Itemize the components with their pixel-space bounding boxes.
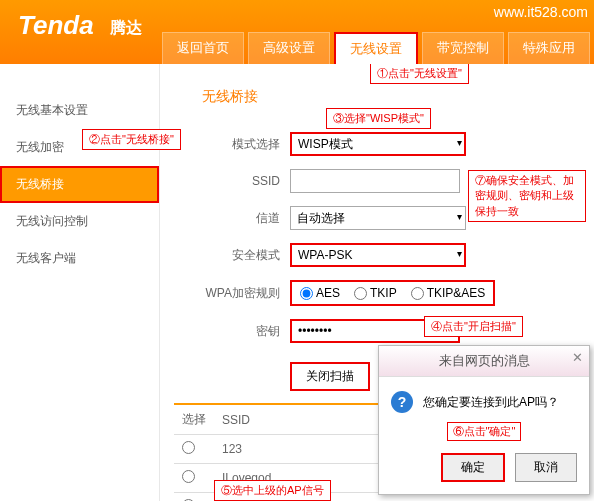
input-ssid[interactable] <box>290 169 460 193</box>
question-icon: ? <box>391 391 413 413</box>
nav-home[interactable]: 返回首页 <box>162 32 244 64</box>
col-select: 选择 <box>174 404 214 435</box>
close-icon[interactable]: ✕ <box>572 350 583 365</box>
nav-bandwidth[interactable]: 带宽控制 <box>422 32 504 64</box>
row-radio[interactable] <box>182 441 195 454</box>
label-mode: 模式选择 <box>174 136 290 153</box>
dialog-message: 您确定要连接到此AP吗？ <box>423 394 559 411</box>
callout-7: ⑦确保安全模式、加密规则、密钥和上级保持一致 <box>468 170 586 222</box>
label-channel: 信道 <box>174 210 290 227</box>
select-mode[interactable] <box>290 132 466 156</box>
callout-2: ②点击"无线桥接" <box>82 129 181 150</box>
callout-4: ④点击"开启扫描" <box>424 316 523 337</box>
watermark: www.it528.com <box>494 4 588 20</box>
confirm-dialog: 来自网页的消息 ✕ ? 您确定要连接到此AP吗？ ⑥点击"确定" 确定 取消 <box>378 345 590 495</box>
sidebar-item-basic[interactable]: 无线基本设置 <box>0 92 159 129</box>
page-title: 无线桥接 <box>202 88 580 106</box>
select-security[interactable] <box>290 243 466 267</box>
sidebar-item-bridge[interactable]: 无线桥接 <box>0 166 159 203</box>
radio-group-wpa: AES TKIP TKIP&AES <box>290 280 495 306</box>
label-ssid: SSID <box>174 174 290 188</box>
dialog-title: 来自网页的消息 ✕ <box>379 346 589 377</box>
select-channel[interactable] <box>290 206 466 230</box>
callout-1: ①点击"无线设置" <box>370 64 469 84</box>
top-nav: 返回首页 高级设置 无线设置 带宽控制 特殊应用 <box>162 32 590 64</box>
brand-logo: Tenda <box>18 10 94 41</box>
sidebar-item-client[interactable]: 无线客户端 <box>0 240 159 277</box>
brand-logo-cn: 腾达 <box>110 18 142 39</box>
callout-6: ⑥点击"确定" <box>447 422 522 441</box>
nav-wireless[interactable]: 无线设置 <box>334 32 418 64</box>
scan-button[interactable]: 关闭扫描 <box>290 362 370 391</box>
radio-tkipaes[interactable]: TKIP&AES <box>411 286 486 300</box>
radio-tkip[interactable]: TKIP <box>354 286 397 300</box>
cancel-button[interactable]: 取消 <box>515 453 577 482</box>
nav-special[interactable]: 特殊应用 <box>508 32 590 64</box>
header: Tenda 腾达 www.it528.com 返回首页 高级设置 无线设置 带宽… <box>0 0 594 64</box>
callout-3: ③选择"WISP模式" <box>326 108 431 129</box>
radio-aes[interactable]: AES <box>300 286 340 300</box>
row-radio[interactable] <box>182 470 195 483</box>
label-wpa: WPA加密规则 <box>174 285 290 302</box>
nav-advanced[interactable]: 高级设置 <box>248 32 330 64</box>
ok-button[interactable]: 确定 <box>441 453 505 482</box>
label-key: 密钥 <box>174 323 290 340</box>
sidebar-item-access[interactable]: 无线访问控制 <box>0 203 159 240</box>
callout-5: ⑤选中上级的AP信号 <box>214 480 331 501</box>
label-security: 安全模式 <box>174 247 290 264</box>
